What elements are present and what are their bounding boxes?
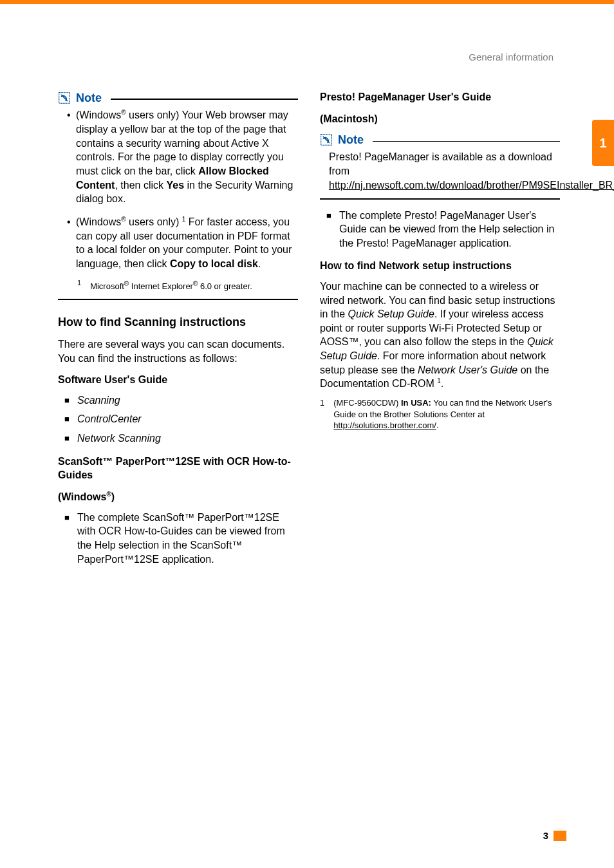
note-icon [320,133,333,146]
scansoft-list: The complete ScanSoft™ PaperPort™12SE wi… [58,511,298,566]
list-item: ControlCenter [64,412,298,426]
note-label: Note [76,90,102,106]
chapter-tab: 1 [592,120,614,166]
footnote-number: 1 [320,397,324,431]
footnote-number: 1 [77,278,81,291]
page-number-tab [554,831,566,841]
note-header-right: Note [320,132,560,147]
list-item: Scanning [64,393,298,408]
heading-presto: Presto! PageManager User's Guide [320,90,560,104]
note-separator [320,198,560,199]
solutions-link[interactable]: http://solutions.brother.com/ [333,420,436,430]
note-separator [58,299,298,299]
presto-list: The complete Presto! PageManager User's … [320,209,560,250]
list-item: The complete ScanSoft™ PaperPort™12SE wi… [64,511,298,566]
windows-label: (Windows®) [58,490,298,504]
note-rule [373,141,560,142]
note-header-left: Note [58,90,298,106]
page-number: 3 [543,830,548,841]
header-section-title: General information [469,52,554,62]
list-item: Network Scanning [64,431,298,446]
network-paragraph: Your machine can be connected to a wirel… [320,279,560,391]
left-column: Note (Windows® users only) Your Web brow… [58,90,298,571]
note-body-right: Presto! PageManager is available as a do… [320,150,560,192]
note-icon [58,91,71,104]
heading-software-guide: Software User's Guide [58,373,298,387]
footnote-2: 1 (MFC-9560CDW) In USA: You can find the… [320,397,560,431]
note-rule [111,99,298,99]
heading-scanning: How to find Scanning instructions [58,314,298,330]
note-bullet-list: (Windows® users only) Your Web browser m… [58,108,298,270]
top-orange-bar [0,0,614,4]
list-item: The complete Presto! PageManager User's … [326,209,560,250]
heading-network: How to find Network setup instructions [320,259,560,273]
right-column: Presto! PageManager User's Guide (Macint… [320,90,560,571]
heading-scansoft: ScanSoft™ PaperPort™12SE with OCR How-to… [58,455,298,482]
software-list: Scanning ControlCenter Network Scanning [58,393,298,446]
footnote-text: Microsoft® Internet Explorer® 6.0 or gre… [90,279,252,292]
list-item: (Windows® users only) Your Web browser m… [67,108,298,205]
scan-paragraph: There are several ways you can scan docu… [58,337,298,365]
note-para: Presto! PageManager is available as a do… [329,151,552,176]
footnote-text: (MFC-9560CDW) In USA: You can find the N… [333,397,560,431]
download-link[interactable]: http://nj.newsoft.com.tw/download/brothe… [329,180,614,191]
page-number-area: 3 [543,830,566,841]
macintosh-label: (Macintosh) [320,112,560,126]
list-item: (Windows® users only) 1 For faster acces… [67,215,298,271]
footnote-1: 1 Microsoft® Internet Explorer® 6.0 or g… [58,279,298,292]
page-content: Note (Windows® users only) Your Web brow… [58,90,560,571]
note-label: Note [338,132,364,147]
